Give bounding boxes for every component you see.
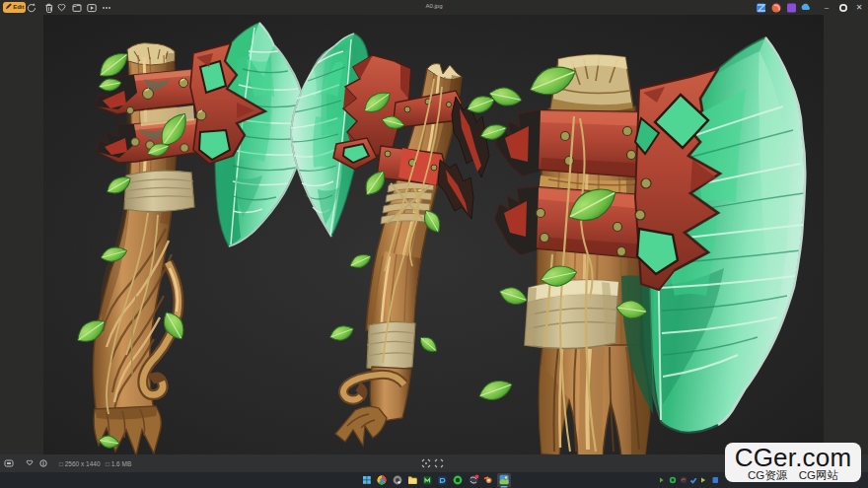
svg-text:□ 2560 x 1440 □ 1.6 MB: □ 2560 x 1440 □ 1.6 MB xyxy=(59,460,131,467)
